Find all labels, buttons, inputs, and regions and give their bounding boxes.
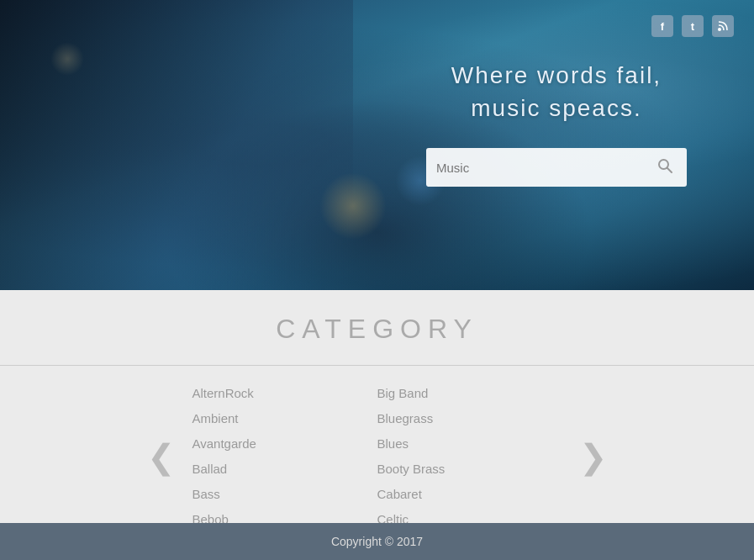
category-divider [0, 365, 754, 366]
guitar-area [0, 0, 353, 290]
list-item[interactable]: Cabaret [377, 483, 562, 509]
list-item[interactable]: Booty Brass [377, 458, 562, 483]
list-item[interactable]: Avantgarde [192, 433, 377, 458]
twitter-icon[interactable]: t [682, 15, 704, 37]
social-icons-container: f t [651, 15, 734, 37]
search-input[interactable] [436, 161, 653, 175]
category-title: CATEGORY [0, 314, 754, 345]
list-item[interactable]: Blues [377, 433, 562, 458]
category-container: ❮ AlternRock Big Band Ambient Bluegrass … [0, 383, 754, 530]
hero-tagline: Where words fail, music speacs. [426, 59, 687, 124]
footer: Copyright © 2017 [0, 523, 754, 560]
prev-arrow[interactable]: ❮ [130, 437, 192, 476]
copyright-text: Copyright © 2017 [331, 535, 423, 548]
category-section: CATEGORY ❮ AlternRock Big Band Ambient B… [0, 290, 754, 547]
list-item[interactable]: AlternRock [192, 383, 377, 408]
hero-content: Where words fail, music speacs. [426, 59, 687, 187]
category-grid: AlternRock Big Band Ambient Bluegrass Av… [192, 383, 562, 530]
bokeh-light-3 [50, 42, 84, 76]
hero-section: f t Where words fail, music speacs. [0, 0, 754, 290]
svg-line-2 [667, 167, 672, 172]
list-item[interactable]: Bluegrass [377, 408, 562, 433]
facebook-icon[interactable]: f [651, 15, 673, 37]
search-button[interactable] [653, 154, 677, 182]
list-item[interactable]: Ballad [192, 458, 377, 483]
svg-point-0 [718, 28, 721, 31]
next-arrow[interactable]: ❯ [562, 437, 625, 476]
bokeh-light-1 [319, 172, 387, 240]
rss-icon[interactable] [712, 15, 734, 37]
list-item[interactable]: Big Band [377, 383, 562, 408]
search-bar [426, 148, 687, 187]
list-item[interactable]: Ambient [192, 408, 377, 433]
list-item[interactable]: Bass [192, 483, 377, 509]
